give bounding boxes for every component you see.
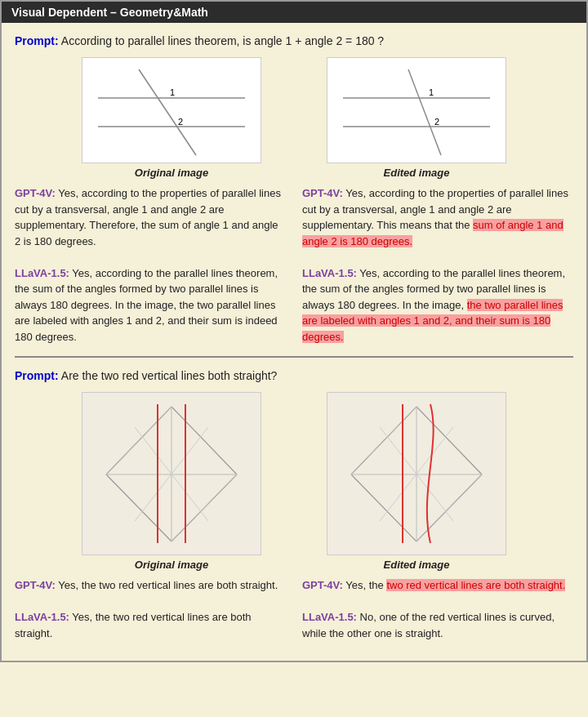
prompt-label-2: Prompt:: [15, 369, 59, 382]
edited-caption-1: Edited image: [384, 167, 450, 179]
llava-label-orig-1: LLaVA-1.5:: [15, 267, 69, 279]
page-container: Visual Dependent – Geometry&Math Prompt:…: [0, 0, 588, 662]
images-row-1: 1 2 Original image 1: [15, 57, 573, 179]
svg-text:1: 1: [429, 87, 434, 97]
svg-text:2: 2: [178, 117, 183, 127]
edited-responses-2: GPT-4V: Yes, the two red vertical lines …: [302, 577, 573, 641]
page-title: Visual Dependent – Geometry&Math: [11, 6, 208, 19]
gpt4v-text-edit-highlight-2: two red vertical lines are both straight…: [386, 579, 565, 591]
title-bar: Visual Dependent – Geometry&Math: [2, 2, 586, 23]
llava-label-orig-2: LLaVA-1.5:: [15, 611, 69, 623]
main-content: Prompt: According to parallel lines theo…: [2, 23, 586, 661]
svg-text:1: 1: [170, 87, 175, 97]
gpt4v-label-orig-1: GPT-4V:: [15, 187, 56, 199]
gpt4v-label-orig-2: GPT-4V:: [15, 579, 56, 591]
responses-row-2: GPT-4V: Yes, the two red vertical lines …: [15, 577, 573, 641]
edited-caption-2: Edited image: [384, 559, 450, 571]
prompt-text-2: Are the two red vertical lines both stra…: [61, 369, 278, 382]
svg-text:2: 2: [434, 117, 439, 127]
edited-image-block-2: Edited image: [302, 392, 531, 571]
original-responses-2: GPT-4V: Yes, the two red vertical lines …: [15, 577, 286, 641]
svg-line-2: [139, 69, 196, 155]
edited-spider-svg-2: [327, 392, 506, 555]
original-caption-1: Original image: [135, 167, 208, 179]
llava-label-edit-1: LLaVA-1.5:: [302, 267, 357, 279]
svg-line-10: [172, 407, 237, 474]
svg-line-26: [351, 407, 416, 474]
responses-row-1: GPT-4V: Yes, according to the properties…: [15, 185, 573, 345]
svg-line-17: [172, 474, 237, 541]
original-image-block-2: Original image: [57, 392, 286, 571]
svg-line-12: [106, 474, 172, 541]
gpt4v-label-edit-1: GPT-4V:: [302, 187, 343, 199]
svg-line-7: [408, 69, 441, 155]
gpt4v-text-edit-prefix-2: Yes, the: [345, 579, 386, 591]
prompt-text-1: According to parallel lines theorem, is …: [61, 34, 384, 47]
prompt-2: Prompt: Are the two red vertical lines b…: [15, 369, 573, 382]
llava-label-edit-2: LLaVA-1.5:: [302, 611, 357, 623]
images-row-2: Original image: [15, 392, 573, 571]
edited-responses-1: GPT-4V: Yes, according to the properties…: [302, 185, 573, 345]
svg-line-22: [416, 407, 482, 474]
prompt-label-1: Prompt:: [15, 34, 59, 47]
edited-geometry-svg-1: 1 2: [327, 57, 506, 163]
original-spider-svg-2: [82, 392, 261, 555]
section-divider: [15, 356, 573, 358]
svg-line-14: [106, 407, 172, 474]
original-geometry-svg-1: 1 2: [82, 57, 261, 163]
original-image-block-1: 1 2 Original image: [57, 57, 286, 179]
original-caption-2: Original image: [135, 559, 208, 571]
gpt4v-label-edit-2: GPT-4V:: [302, 579, 343, 591]
prompt-1: Prompt: According to parallel lines theo…: [15, 34, 573, 47]
original-responses-1: GPT-4V: Yes, according to the properties…: [15, 185, 286, 345]
gpt4v-text-orig-2: Yes, the two red vertical lines are both…: [58, 579, 278, 591]
svg-line-24: [351, 474, 416, 541]
edited-image-block-1: 1 2 Edited image: [302, 57, 531, 179]
